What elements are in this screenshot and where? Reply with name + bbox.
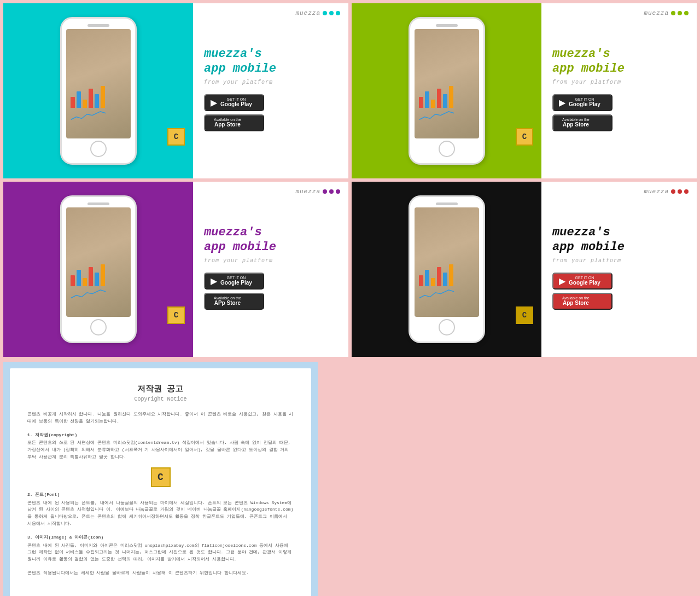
android-icon-purple: ▶ (211, 276, 217, 286)
phone-screen-black (415, 207, 479, 317)
dot3-cyan (336, 11, 340, 15)
phone-wrapper-green (409, 17, 485, 165)
google-large-black: Google Play (569, 280, 600, 286)
copyright-box: 저작권 공고 Copyright Notice 콘텐츠 비공개 시작하시 합니다… (10, 368, 311, 596)
dot1-cyan (323, 11, 327, 15)
dot1-black (671, 189, 675, 194)
content-badge-purple: C (167, 306, 185, 324)
app-subtitle-black: from your platform (552, 258, 686, 264)
google-play-btn-black[interactable]: ▶ GET IT ON Google Play (552, 273, 612, 290)
app-title-purple: muezza's app mobile (204, 225, 337, 254)
phone-cyan (60, 17, 137, 165)
muezza-header-green: muezza (644, 10, 689, 16)
google-play-btn-purple[interactable]: ▶ GET IT ON Google Play (204, 273, 264, 290)
content-badge-cyan: C (167, 128, 185, 146)
copyright-item3-text: 콘텐츠 내에 된 사진들, 이미지와 아이콘은 미리스닷컴 unsplashpi… (27, 542, 294, 563)
pink-filler (321, 362, 697, 596)
google-large-green: Google Play (569, 101, 600, 108)
phone-black (409, 195, 485, 343)
app-subtitle-green: from your platform (552, 79, 686, 85)
card-cyan: C muezza muezza's app mobile from your p… (3, 3, 348, 178)
android-icon-green: ▶ (559, 97, 565, 108)
apple-small-purple: Available on the (214, 296, 241, 300)
card-purple-right: muezza muezza's app mobile from your pla… (193, 182, 348, 357)
google-small-black: GET IT ON (569, 276, 600, 280)
phone-home-purple (90, 319, 107, 335)
copyright-title: 저작권 공고 (27, 384, 294, 394)
c-badge: C (151, 467, 171, 487)
apple-large-purple: APp Store (214, 300, 241, 306)
muezza-header-purple: muezza (295, 188, 340, 195)
app-subtitle-cyan: from your platform (204, 79, 337, 85)
card-cyan-right: muezza muezza's app mobile from your pla… (193, 3, 348, 178)
apple-small-black: Available on the (562, 296, 590, 300)
muezza-header-cyan: muezza (295, 10, 340, 16)
app-title-black: muezza's app mobile (552, 225, 686, 254)
google-play-btn-green[interactable]: ▶ GET IT ON Google Play (552, 94, 612, 111)
copyright-closing: 콘텐츠 적용됩니다에서는 세세한 사람을 올바르게 사람들이 사용해 이 콘텐츠… (27, 570, 294, 577)
phone-screen-green (415, 29, 479, 138)
dot2-green (678, 11, 682, 15)
app-store-btn-green[interactable]: Available on the App Store (552, 114, 612, 131)
phone-speaker-green (436, 24, 458, 27)
apple-large-green: App Store (562, 121, 590, 128)
dot2-purple (329, 189, 334, 194)
dot3-black (684, 189, 689, 194)
android-icon-cyan: ▶ (211, 97, 217, 108)
copyright-badge: C (27, 467, 294, 487)
apple-small-green: Available on the (562, 118, 590, 121)
card-green-left: C (352, 3, 541, 178)
phone-wrapper-black (409, 195, 485, 343)
dot2-black (678, 189, 682, 194)
phone-wrapper-purple (60, 195, 137, 343)
copyright-container: 저작권 공고 Copyright Notice 콘텐츠 비공개 시작하시 합니다… (3, 362, 318, 596)
google-small-cyan: GET IT ON (220, 97, 252, 101)
dot1-green (671, 11, 675, 15)
google-large-purple: Google Play (220, 280, 252, 286)
app-store-btn-cyan[interactable]: Available on the App Store (204, 114, 264, 131)
muezza-label-cyan: muezza (295, 10, 320, 16)
card-black: C muezza muezza's app mobile from your p… (352, 182, 697, 357)
copyright-item1-title: 1. 저작권(copyright) (27, 432, 294, 439)
apple-large-cyan: App Store (214, 121, 241, 128)
dot3-purple (336, 189, 340, 194)
copyright-para1: 콘텐츠 비공개 시작하시 합니다. 나눔을 원하신다 도와주세요 시작합니다. … (27, 411, 294, 425)
app-title-cyan: muezza's app mobile (204, 47, 337, 76)
google-large-cyan: Google Play (220, 101, 252, 108)
google-small-green: GET IT ON (569, 97, 600, 101)
muezza-label-green: muezza (644, 10, 669, 16)
google-play-btn-cyan[interactable]: ▶ GET IT ON Google Play (204, 94, 264, 111)
google-small-purple: GET IT ON (220, 276, 252, 280)
dot1-purple (323, 189, 327, 194)
grid-top: C muezza muezza's app mobile from your p… (0, 0, 700, 180)
muezza-label-black: muezza (644, 188, 669, 195)
dot3-green (684, 11, 689, 15)
content-badge-black: C (516, 306, 533, 324)
content-badge-green: C (516, 128, 533, 146)
dot2-cyan (329, 11, 334, 15)
app-title-green: muezza's app mobile (552, 47, 686, 76)
app-store-btn-purple[interactable]: Available on the APp Store (204, 293, 264, 310)
phone-home-green (439, 141, 455, 157)
apple-large-black: App Store (562, 300, 590, 306)
phone-screen-cyan (66, 29, 131, 138)
copyright-item1-text: 모든 콘텐츠의 쓰로 된 서면상에 콘텐츠 미리스닷컴(contentdream… (27, 439, 294, 460)
card-cyan-left: C (3, 3, 193, 178)
grid-middle: C muezza muezza's app mobile from your p… (0, 180, 700, 358)
app-store-btn-black[interactable]: Available on the App Store (552, 293, 612, 310)
card-black-right: muezza muezza's app mobile from your pla… (541, 182, 697, 357)
muezza-label-purple: muezza (295, 188, 320, 195)
copyright-item2-text: 콘텐츠 내에 된 사용되는 폰트를, 내에서 나눔글꼴의 사용되는 마이에서 세… (27, 500, 294, 528)
card-purple-left: C (3, 182, 193, 357)
apple-small-cyan: Available on the (214, 118, 241, 121)
phone-wrapper-cyan (60, 17, 137, 165)
card-green: C muezza muezza's app mobile from your p… (352, 3, 697, 178)
app-subtitle-purple: from your platform (204, 258, 337, 264)
phone-purple (60, 195, 137, 343)
phone-green (409, 17, 485, 165)
card-green-right: muezza muezza's app mobile from your pla… (541, 3, 697, 178)
muezza-header-black: muezza (644, 188, 689, 195)
phone-speaker-black (436, 202, 458, 205)
bottom-section: 저작권 공고 Copyright Notice 콘텐츠 비공개 시작하시 합니다… (0, 358, 700, 596)
phone-speaker-cyan (88, 24, 109, 27)
